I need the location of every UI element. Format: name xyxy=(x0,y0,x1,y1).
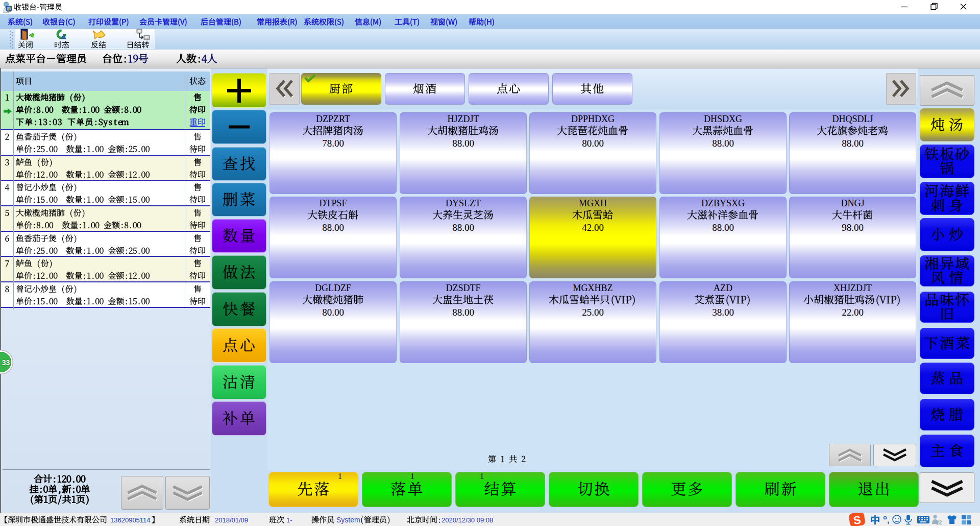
svg-text:33: 33 xyxy=(2,358,10,367)
svg-text:,: , xyxy=(887,516,889,524)
svg-text:22: 22 xyxy=(936,520,942,525)
